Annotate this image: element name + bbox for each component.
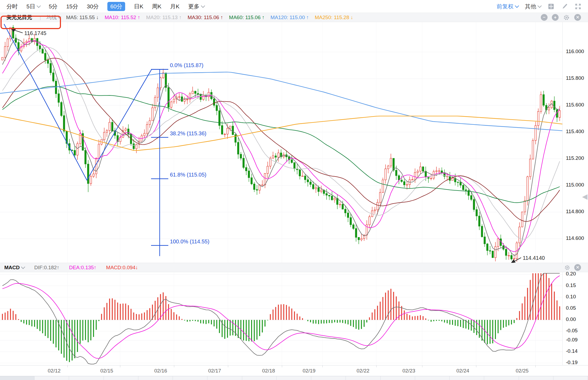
macd-chart-canvas[interactable] [0, 272, 562, 365]
navigator-segment [450, 376, 484, 380]
macd-axis-label: 0.20 [566, 271, 576, 277]
fullscreen-expand-icon[interactable] [575, 3, 582, 10]
timeframe-tab-8[interactable]: 月K [170, 3, 179, 10]
fib-level-0-label: 0.0% (115.87) [170, 62, 203, 68]
navigator-segment [242, 376, 277, 380]
panel-collapse-arrow-icon[interactable]: ◀ [582, 192, 587, 201]
ma-toggle-label: 均线 [46, 14, 57, 21]
navigator-segment [173, 376, 207, 380]
price-axis-label: 115.400 [566, 129, 584, 134]
settings-gear-icon[interactable] [563, 14, 570, 21]
divider: | [40, 15, 41, 20]
timeframe-tab-7[interactable]: 周K [152, 3, 161, 10]
ma-toggle-dropdown[interactable]: 均线 [46, 14, 61, 21]
timeframe-tab-label: 周K [152, 3, 161, 10]
timeframe-tab-label: 30分 [87, 3, 99, 10]
timeframe-tab-4[interactable]: 30分 [87, 3, 99, 10]
timeframe-tab-5[interactable]: 60分 [107, 2, 125, 11]
top-toolbar: 分时5日5分15分30分60分日K周K月K更多 前复权 其他 [0, 0, 588, 13]
close-icon[interactable]: ✕ [574, 14, 581, 21]
timeframe-tab-label: 60分 [110, 3, 122, 10]
macd-dropdown[interactable]: MACD [4, 265, 25, 271]
navigator-segment [484, 376, 519, 380]
date-axis-tick [535, 365, 536, 367]
date-axis-tick [67, 365, 68, 367]
fib-level-618-label: 61.8% (115.05) [170, 172, 206, 178]
symbol-indicator-bar: 美元兑日元 | 均线 MA5: 115.55 ↓MA10: 115.52 ↑MA… [0, 13, 588, 22]
macd-axis-label: -0.09 [566, 337, 577, 343]
price-axis: 116.000115.800115.600115.400115.200115.0… [562, 22, 588, 263]
ma-legend-item-4: MA60: 115.06 ↑ [229, 15, 265, 20]
ma-lines-group [0, 39, 562, 255]
chevron-down-icon [58, 15, 61, 19]
timeframe-tab-6[interactable]: 日K [134, 3, 143, 10]
date-axis-label: 02/15 [100, 368, 113, 374]
chevron-down-icon [21, 265, 25, 269]
macd-axis-label: 0.00 [566, 316, 576, 322]
date-axis-label: 02/12 [48, 368, 61, 374]
timeframe-tab-label: 日K [134, 3, 143, 10]
timeframe-tab-9[interactable]: 更多 [188, 3, 204, 10]
timeframe-tab-label: 更多 [188, 3, 200, 10]
chevron-down-icon [515, 4, 519, 8]
date-axis-tick [120, 365, 120, 367]
candlestick-chart-svg [0, 22, 562, 263]
ma-line-MA250 [0, 116, 562, 151]
high-price-annotation: 116.1745 [24, 30, 46, 36]
toolbar-right: 前复权 其他 [497, 3, 582, 10]
fib-level-100-label: 100.0% (114.55) [170, 239, 209, 245]
macd-axis: 0.200.150.100.050.00-0.05-0.09-0.14-0.19 [562, 272, 588, 365]
date-axis-label: 02/24 [456, 368, 469, 374]
draw-brush-icon[interactable] [561, 3, 568, 10]
timeframe-tab-label: 分时 [6, 3, 18, 10]
low-price-annotation: 114.4140 [523, 255, 545, 261]
date-axis: 02/1202/1502/1602/1702/1802/1902/2202/23… [0, 365, 588, 376]
macd-axis-label: 0.05 [566, 305, 576, 311]
date-axis-tick [376, 365, 377, 367]
macd-chart-svg [0, 272, 562, 365]
timeframe-tab-0[interactable]: 分时 [6, 3, 18, 10]
navigator-segment [415, 376, 450, 380]
ma-legend-item-5: MA120: 115.00 ↑ [271, 15, 309, 20]
price-axis-label: 115.600 [566, 102, 584, 108]
navigator-segment [311, 376, 346, 380]
macd-axis-label: -0.19 [566, 360, 577, 365]
annotation-arrows [12, 29, 521, 263]
macd-axis-label: -0.14 [566, 348, 577, 354]
adjust-mode-dropdown[interactable]: 前复权 [497, 3, 518, 10]
date-axis-label: 02/16 [154, 368, 167, 374]
close-icon[interactable]: ✕ [574, 264, 581, 271]
navigator-segment [553, 376, 588, 380]
navigator-segment [381, 376, 415, 380]
ma-line-MA120 [0, 72, 562, 131]
ma-legend-item-1: MA10: 115.52 ↑ [105, 15, 140, 20]
date-axis-label: 02/23 [402, 368, 415, 374]
date-axis-tick [422, 365, 422, 367]
chart-navigator-strip[interactable] [0, 376, 588, 380]
settings-gear-icon[interactable] [564, 264, 570, 271]
timeframe-tab-2[interactable]: 5分 [49, 3, 58, 10]
navigator-segment [0, 376, 35, 380]
date-axis-label: 02/25 [516, 368, 529, 374]
adjust-mode-label: 前复权 [497, 3, 514, 10]
candlestick-chart-canvas[interactable] [0, 22, 562, 263]
macd-axis-label: 0.10 [566, 294, 576, 300]
zoom-in-icon[interactable]: + [552, 14, 559, 21]
timeframe-tab-3[interactable]: 15分 [66, 3, 78, 10]
timeframe-tab-1[interactable]: 5日 [26, 3, 40, 10]
timeframe-tabs: 分时5日5分15分30分60分日K周K月K更多 [6, 2, 204, 11]
other-dropdown[interactable]: 其他 [525, 3, 541, 10]
date-axis-label: 02/18 [262, 368, 275, 374]
zoom-out-icon[interactable]: − [541, 14, 548, 21]
date-axis-tick [322, 365, 323, 367]
navigator-segment [138, 376, 173, 380]
price-axis-label: 115.000 [566, 182, 584, 188]
price-axis-label: 116.000 [566, 49, 584, 54]
navigator-segment [207, 376, 242, 380]
layout-grid-icon[interactable] [548, 3, 555, 10]
chevron-down-icon [538, 4, 542, 8]
chart-zoom-controls: − + ✕ [541, 14, 584, 21]
symbol-name: 美元兑日元 [4, 14, 34, 21]
date-axis-tick [228, 365, 228, 367]
ma-legend-item-6: MA250: 115.28 ↓ [315, 15, 353, 20]
